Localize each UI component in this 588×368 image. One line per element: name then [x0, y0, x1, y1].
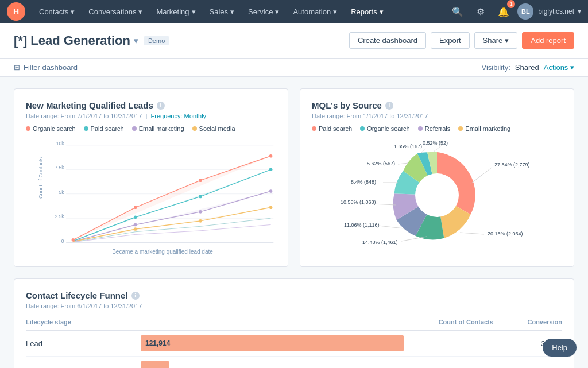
- svg-text:10k: 10k: [56, 141, 64, 146]
- legend-dot-social: [192, 126, 197, 131]
- filter-dashboard-button[interactable]: ⊞ Filter dashboard: [14, 63, 78, 72]
- svg-text:14.48% (1,461): 14.48% (1,461): [362, 239, 398, 245]
- legend-dot-source-organic: [360, 126, 365, 131]
- funnel-info-icon[interactable]: i: [131, 292, 140, 300]
- mql-chart-legend: Organic search Paid search Email marketi…: [26, 125, 276, 132]
- svg-text:5k: 5k: [59, 189, 64, 195]
- mql-chart-info-icon[interactable]: i: [157, 102, 165, 110]
- legend-source-organic: Organic search: [360, 125, 410, 132]
- svg-point-20: [199, 210, 202, 214]
- legend-item-email: Email marketing: [132, 125, 184, 132]
- nav-item-reports[interactable]: Reports ▾: [344, 0, 390, 23]
- charts-row: New Marketing Qualified Leads i Date ran…: [14, 88, 574, 267]
- nav-item-automation[interactable]: Automation ▾: [286, 0, 344, 23]
- mql-source-subtitle: Date range: From 1/1/2017 to 12/31/2017: [312, 113, 562, 119]
- svg-line-45: [398, 163, 408, 164]
- funnel-title: Contact Lifecycle Funnel i: [26, 290, 562, 300]
- share-button[interactable]: Share ▾: [474, 32, 518, 49]
- nav-item-conversations[interactable]: Conversations ▾: [82, 0, 149, 23]
- nav-item-marketing[interactable]: Marketing ▾: [149, 0, 202, 23]
- svg-point-19: [134, 223, 137, 227]
- legend-item-organic: Organic search: [26, 125, 76, 132]
- mql-chart-subtitle: Date range: From 7/1/2017 to 10/31/2017 …: [26, 113, 276, 119]
- legend-dot-source-referrals: [418, 126, 423, 131]
- legend-source-paid: Paid search: [312, 125, 352, 132]
- nav-item-sales[interactable]: Sales ▾: [203, 0, 242, 23]
- actions-link[interactable]: Actions ▾: [544, 63, 574, 72]
- help-button[interactable]: Help: [543, 339, 577, 357]
- funnel-bar-cell-lead: 121,914: [141, 335, 436, 351]
- mql-chart-title: New Marketing Qualified Leads i: [26, 100, 276, 110]
- funnel-bar-mql: [141, 361, 169, 368]
- mql-chart-area: Count of Contacts 0 2.5k 5k 7.5k 10k: [26, 137, 276, 255]
- svg-text:5.62% (567): 5.62% (567): [367, 161, 395, 166]
- col-stage: Lifecycle stage: [26, 319, 141, 326]
- svg-line-42: [378, 226, 404, 228]
- row-label-mql: MQL: [26, 363, 141, 369]
- nav-menu: Contacts ▾ Conversations ▾ Marketing ▾ S…: [32, 0, 448, 23]
- svg-text:H: H: [13, 7, 19, 16]
- search-icon[interactable]: 🔍: [448, 2, 467, 21]
- svg-text:20.15% (2,034): 20.15% (2,034): [488, 231, 523, 237]
- svg-text:10.58% (1,068): 10.58% (1,068): [341, 199, 376, 205]
- mql-source-chart-card: MQL's by Source i Date range: From 1/1/2…: [300, 88, 574, 267]
- page-title: [*] Lead Generation ▾: [14, 33, 138, 48]
- svg-point-21: [269, 189, 273, 193]
- export-button[interactable]: Export: [431, 32, 470, 49]
- svg-point-18: [269, 168, 273, 171]
- svg-text:11.06% (1,116): 11.06% (1,116): [344, 222, 380, 228]
- mql-source-title: MQL's by Source i: [312, 100, 562, 110]
- svg-text:7.5k: 7.5k: [55, 165, 64, 171]
- row-label-lead: Lead: [26, 339, 141, 348]
- filter-icon: ⊞: [14, 63, 20, 72]
- legend-dot-source-paid: [312, 126, 316, 131]
- svg-line-41: [401, 237, 427, 241]
- table-row: Lead 121,914 3.29%: [26, 331, 562, 357]
- top-navigation: H Contacts ▾ Conversations ▾ Marketing ▾…: [0, 0, 588, 23]
- funnel-bar-lead: 121,914: [141, 335, 404, 351]
- svg-point-22: [134, 227, 137, 231]
- add-report-button[interactable]: Add report: [522, 32, 574, 49]
- svg-line-40: [460, 233, 484, 234]
- mql-line-chart-card: New Marketing Qualified Leads i Date ran…: [14, 88, 288, 267]
- svg-point-29: [415, 173, 459, 217]
- svg-line-39: [471, 168, 492, 184]
- user-menu[interactable]: biglytics.net ▾: [538, 7, 581, 16]
- legend-item-paid: Paid search: [84, 125, 124, 132]
- avatar[interactable]: BL: [517, 3, 533, 20]
- header-actions: Create dashboard Export Share ▾ Add repo…: [349, 32, 574, 49]
- notifications-icon[interactable]: 🔔 1: [494, 2, 513, 21]
- svg-line-43: [373, 204, 396, 205]
- hubspot-logo[interactable]: H: [7, 2, 25, 21]
- svg-text:8.4% (848): 8.4% (848): [351, 179, 376, 185]
- svg-text:1.65% (167): 1.65% (167): [394, 144, 422, 149]
- legend-dot-source-email: [458, 126, 463, 131]
- mql-source-info-icon[interactable]: i: [385, 102, 393, 110]
- pie-chart-area: 27.54% (2,779) 20.15% (2,034) 14.48% (1,…: [312, 138, 562, 253]
- demo-badge: Demo: [144, 36, 169, 45]
- svg-point-13: [134, 206, 137, 209]
- legend-dot-organic: [26, 126, 30, 131]
- y-axis-label: Count of Contacts: [38, 157, 44, 199]
- page-title-area: [*] Lead Generation ▾ Demo: [14, 33, 169, 48]
- x-axis-label: Became a marketing qualified lead date: [49, 249, 276, 255]
- settings-icon[interactable]: ⚙: [471, 2, 490, 21]
- svg-point-14: [199, 179, 202, 182]
- legend-source-email: Email marketing: [458, 125, 510, 132]
- mql-source-legend: Paid search Organic search Referrals Ema…: [312, 125, 562, 132]
- title-dropdown-icon[interactable]: ▾: [134, 36, 138, 45]
- funnel-card: Contact Lifecycle Funnel i Date range: F…: [14, 278, 574, 368]
- col-count: [141, 319, 436, 326]
- nav-item-contacts[interactable]: Contacts ▾: [32, 0, 82, 23]
- create-dashboard-button[interactable]: Create dashboard: [349, 32, 426, 49]
- legend-dot-paid: [84, 126, 88, 131]
- filter-bar: ⊞ Filter dashboard Visibility: Shared Ac…: [0, 59, 588, 77]
- nav-item-service[interactable]: Service ▾: [241, 0, 286, 23]
- funnel-bar-cell-mql: [141, 361, 436, 368]
- svg-point-17: [199, 195, 202, 199]
- legend-item-social: Social media: [192, 125, 235, 132]
- main-content: New Marketing Qualified Leads i Date ran…: [0, 77, 588, 368]
- svg-point-16: [134, 215, 137, 219]
- svg-point-24: [269, 206, 273, 209]
- funnel-table-header: Lifecycle stage Count of Contacts Conver…: [26, 319, 562, 331]
